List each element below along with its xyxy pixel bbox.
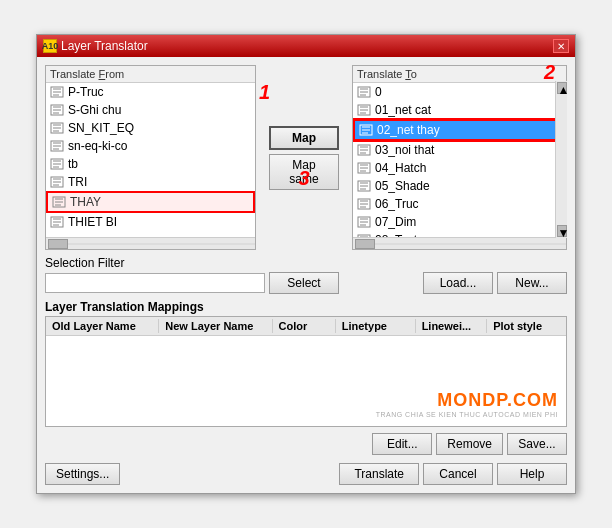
new-button[interactable]: New... bbox=[497, 272, 567, 294]
list-item[interactable]: 04_Hatch bbox=[353, 159, 566, 177]
center-buttons: Map Map same 3 bbox=[264, 65, 344, 250]
layer-icon bbox=[50, 176, 64, 188]
layer-icon bbox=[52, 196, 66, 208]
list-item-thay[interactable]: THAY bbox=[46, 191, 255, 213]
filter-input-row: Select bbox=[45, 272, 339, 294]
layer-icon bbox=[50, 158, 64, 170]
settings-button[interactable]: Settings... bbox=[45, 463, 120, 485]
list-item[interactable]: SN_KIT_EQ bbox=[46, 119, 255, 137]
select-button[interactable]: Select bbox=[269, 272, 339, 294]
selection-filter-left: Selection Filter Select bbox=[45, 256, 339, 294]
vertical-scrollbar[interactable]: ▲ ▼ bbox=[555, 81, 567, 238]
mappings-body: MONDP.COM TRANG CHIA SE KIEN THUC AUTOCA… bbox=[46, 336, 566, 426]
layer-icon bbox=[357, 104, 371, 116]
selection-filter-label: Selection Filter bbox=[45, 256, 339, 270]
layer-icon bbox=[357, 162, 371, 174]
layer-icon bbox=[50, 216, 64, 228]
footer-right: Translate Cancel Help bbox=[339, 463, 567, 485]
list-item[interactable]: 06_Truc bbox=[353, 195, 566, 213]
main-content: Translate From P-Truc S-Ghi chu bbox=[37, 57, 575, 493]
horizontal-scrollbar-right[interactable] bbox=[353, 237, 566, 249]
save-button[interactable]: Save... bbox=[507, 433, 567, 455]
watermark-main: MONDP.COM bbox=[376, 390, 558, 411]
list-item-02-net-thay[interactable]: 02_net thay bbox=[353, 119, 566, 141]
badge-2: 2 bbox=[544, 61, 555, 84]
list-item[interactable]: 05_Shade bbox=[353, 177, 566, 195]
title-buttons: ✕ bbox=[553, 39, 569, 53]
translate-button[interactable]: Translate bbox=[339, 463, 419, 485]
scroll-track-right bbox=[375, 243, 566, 245]
layer-icon bbox=[359, 124, 373, 136]
filter-input[interactable] bbox=[45, 273, 265, 293]
app-icon: A10 bbox=[43, 39, 57, 53]
layer-icon bbox=[50, 122, 64, 134]
layer-icon bbox=[357, 144, 371, 156]
footer-row: Settings... Translate Cancel Help bbox=[45, 461, 567, 485]
col-linewei: Linewei... bbox=[416, 319, 488, 333]
col-linetype: Linetype bbox=[336, 319, 416, 333]
selection-filter-row: Selection Filter Select Load... New... bbox=[45, 256, 567, 294]
list-item[interactable]: TRI bbox=[46, 173, 255, 191]
translate-to-list[interactable]: 0 01_net cat 02_net thay 03_noi tha bbox=[353, 83, 566, 237]
remove-button[interactable]: Remove bbox=[436, 433, 503, 455]
list-item[interactable]: 07_Dim bbox=[353, 213, 566, 231]
cancel-button[interactable]: Cancel bbox=[423, 463, 493, 485]
translate-from-panel: Translate From P-Truc S-Ghi chu bbox=[45, 65, 256, 250]
col-color: Color bbox=[273, 319, 336, 333]
edit-button[interactable]: Edit... bbox=[372, 433, 432, 455]
selection-filter-right: Load... New... bbox=[347, 256, 567, 294]
scroll-up-arrow[interactable]: ▲ bbox=[557, 82, 567, 94]
col-new-layer: New Layer Name bbox=[159, 319, 272, 333]
layer-translator-window: A10 Layer Translator ✕ Translate From bbox=[36, 34, 576, 494]
help-button[interactable]: Help bbox=[497, 463, 567, 485]
close-button[interactable]: ✕ bbox=[553, 39, 569, 53]
horizontal-scrollbar[interactable] bbox=[46, 237, 255, 249]
col-plotstyle: Plot style bbox=[487, 319, 566, 333]
layer-icon bbox=[357, 216, 371, 228]
window-title: Layer Translator bbox=[61, 39, 148, 53]
layer-icon bbox=[357, 180, 371, 192]
watermark-sub: TRANG CHIA SE KIEN THUC AUTOCAD MIEN PHI bbox=[376, 411, 558, 418]
list-item[interactable]: 01_net cat bbox=[353, 101, 566, 119]
translate-from-title: Translate From bbox=[46, 66, 255, 83]
mappings-section: Layer Translation Mappings Old Layer Nam… bbox=[45, 300, 567, 427]
scroll-thumb-right[interactable] bbox=[355, 239, 375, 249]
badge-1: 1 bbox=[259, 81, 270, 104]
list-item[interactable]: THIET BI bbox=[46, 213, 255, 231]
map-button[interactable]: Map bbox=[269, 126, 339, 150]
title-bar: A10 Layer Translator ✕ bbox=[37, 35, 575, 57]
scroll-thumb[interactable] bbox=[48, 239, 68, 249]
list-item[interactable]: P-Truc bbox=[46, 83, 255, 101]
title-bar-left: A10 Layer Translator bbox=[43, 39, 148, 53]
footer-left: Settings... bbox=[45, 463, 339, 485]
translate-to-title: Translate To bbox=[353, 66, 566, 83]
translate-to-wrapper: Translate To 0 01_net cat bbox=[352, 65, 567, 250]
list-item[interactable]: S-Ghi chu bbox=[46, 101, 255, 119]
scroll-track bbox=[68, 243, 255, 245]
watermark-text: MONDP bbox=[437, 390, 507, 410]
load-button[interactable]: Load... bbox=[423, 272, 493, 294]
translate-from-list[interactable]: P-Truc S-Ghi chu SN_KIT_EQ sn-eq-ki bbox=[46, 83, 255, 237]
layer-icon bbox=[50, 104, 64, 116]
watermark-accent: .COM bbox=[507, 390, 558, 410]
layer-icon bbox=[357, 86, 371, 98]
edit-buttons-row: Edit... Remove Save... bbox=[45, 433, 567, 455]
list-item[interactable]: tb bbox=[46, 155, 255, 173]
mappings-panel: Old Layer Name New Layer Name Color Line… bbox=[45, 316, 567, 427]
scroll-down-arrow[interactable]: ▼ bbox=[557, 225, 567, 237]
mappings-headers: Old Layer Name New Layer Name Color Line… bbox=[46, 317, 566, 336]
layer-icon bbox=[50, 86, 64, 98]
list-item[interactable]: 0 bbox=[353, 83, 566, 101]
layer-icon bbox=[357, 198, 371, 210]
list-item[interactable]: sn-eq-ki-co bbox=[46, 137, 255, 155]
translate-to-panel: Translate To 0 01_net cat bbox=[352, 65, 567, 250]
list-item[interactable]: 03_noi that bbox=[353, 141, 566, 159]
col-old-layer: Old Layer Name bbox=[46, 319, 159, 333]
translate-from-wrapper: Translate From P-Truc S-Ghi chu bbox=[45, 65, 256, 250]
watermark: MONDP.COM TRANG CHIA SE KIEN THUC AUTOCA… bbox=[376, 390, 558, 418]
layer-icon bbox=[50, 140, 64, 152]
mappings-title: Layer Translation Mappings bbox=[45, 300, 567, 314]
badge-3: 3 bbox=[298, 167, 309, 190]
